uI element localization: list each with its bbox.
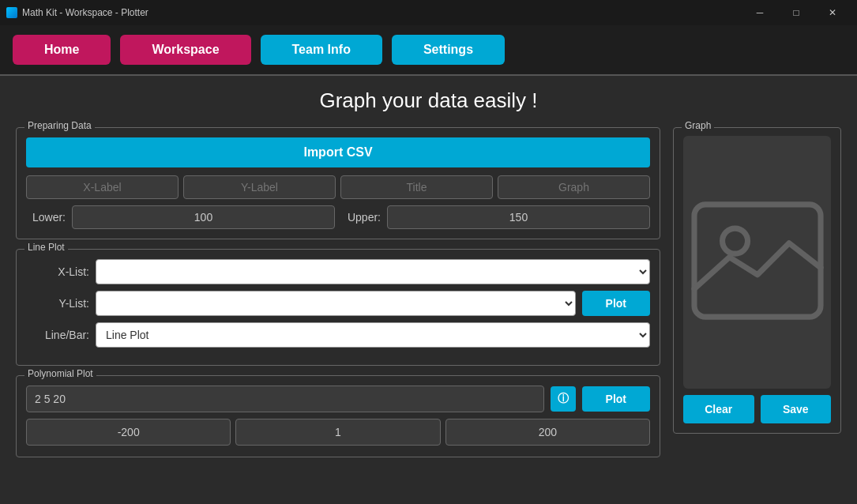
clear-button[interactable]: Clear [683, 395, 754, 423]
graph-display-area [683, 136, 831, 389]
lineplot-plot-button[interactable]: Plot [582, 291, 650, 316]
poly-info-button[interactable]: ⓘ [551, 386, 576, 412]
xlist-row: X-List: [26, 259, 650, 284]
poly-range-max[interactable] [445, 419, 650, 446]
close-button[interactable]: ✕ [814, 0, 851, 25]
graph-action-buttons: Clear Save [683, 395, 831, 423]
linebar-row: Line/Bar: Line Plot Bar Chart [26, 322, 650, 348]
left-panel: Preparing Data Import CSV Lower: Upper: [16, 127, 660, 457]
navbar: Home Workspace Team Info Settings [0, 25, 857, 76]
xlabel-input[interactable] [26, 175, 179, 199]
graph-panel: Graph Clear Save [673, 127, 841, 434]
label-inputs-row [26, 175, 650, 199]
xlist-label: X-List: [26, 265, 89, 278]
ylabel-input[interactable] [183, 175, 336, 199]
ylist-select[interactable] [96, 291, 576, 316]
graph-placeholder-icon [686, 197, 829, 327]
poly-range-min[interactable] [26, 419, 231, 446]
range-row: Lower: Upper: [26, 205, 650, 229]
titlebar-controls: ─ □ ✕ [742, 0, 851, 25]
polynomial-plot-legend: Polynomial Plot [24, 368, 96, 379]
page-title: Graph your data easily ! [16, 88, 841, 113]
app-icon [6, 7, 17, 18]
svg-point-1 [722, 228, 747, 254]
preparing-data-panel: Preparing Data Import CSV Lower: Upper: [16, 127, 660, 239]
svg-rect-0 [694, 205, 821, 317]
workspace-button[interactable]: Workspace [120, 35, 250, 65]
save-button[interactable]: Save [761, 395, 832, 423]
minimize-button[interactable]: ─ [742, 0, 778, 25]
teaminfo-button[interactable]: Team Info [261, 35, 382, 65]
upper-label: Upper: [341, 211, 381, 224]
content-row: Preparing Data Import CSV Lower: Upper: [16, 127, 841, 457]
titlebar: Math Kit - Workspace - Plotter ─ □ ✕ [0, 0, 857, 25]
poly-plot-button[interactable]: Plot [582, 386, 650, 412]
line-plot-panel: Line Plot X-List: Y-List: Plot Line/Bar: [16, 249, 660, 366]
import-csv-button[interactable]: Import CSV [26, 137, 650, 167]
graph-input[interactable] [498, 175, 650, 199]
maximize-button[interactable]: □ [778, 0, 814, 25]
titlebar-title: Math Kit - Workspace - Plotter [22, 7, 148, 18]
titlebar-left: Math Kit - Workspace - Plotter [6, 7, 148, 18]
graph-panel-legend: Graph [682, 120, 714, 131]
polynomial-plot-panel: Polynomial Plot ⓘ Plot [16, 375, 660, 457]
upper-input[interactable] [387, 205, 650, 229]
title-input[interactable] [340, 175, 493, 199]
xlist-select[interactable] [96, 259, 650, 284]
poly-range-row [26, 419, 650, 446]
preparing-data-legend: Preparing Data [24, 120, 95, 131]
poly-range-step[interactable] [235, 419, 440, 446]
poly-coefficients-input[interactable] [26, 386, 544, 412]
linebar-label: Line/Bar: [26, 329, 89, 341]
main-content: Graph your data easily ! Preparing Data … [0, 76, 857, 470]
poly-coefficients-row: ⓘ Plot [26, 386, 650, 412]
ylist-row: Y-List: Plot [26, 291, 650, 316]
ylist-label: Y-List: [26, 297, 89, 310]
lower-input[interactable] [72, 205, 335, 229]
line-plot-legend: Line Plot [24, 242, 68, 253]
home-button[interactable]: Home [13, 35, 111, 65]
linebar-select[interactable]: Line Plot Bar Chart [96, 322, 650, 348]
settings-button[interactable]: Settings [392, 35, 505, 65]
lower-label: Lower: [26, 211, 66, 224]
